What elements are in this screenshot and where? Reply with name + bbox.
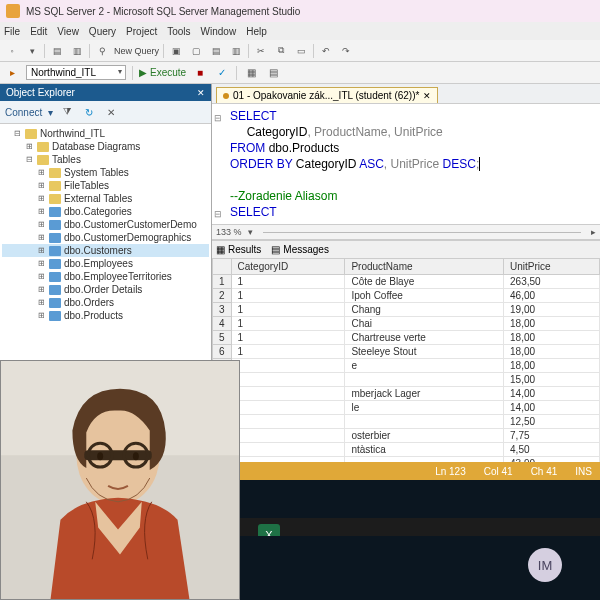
tree-item[interactable]: ⊞dbo.CustomerDemographics bbox=[2, 231, 209, 244]
object-explorer-toolbar: Connect ▾ ⧩ ↻ ✕ bbox=[0, 101, 211, 124]
tree-item[interactable]: ⊞dbo.EmployeeTerritories bbox=[2, 270, 209, 283]
back-icon[interactable]: ◦ bbox=[4, 43, 20, 59]
stop-sync-icon[interactable]: ✕ bbox=[103, 104, 119, 120]
grid-icon[interactable]: ▦ bbox=[243, 65, 259, 81]
cut-icon[interactable]: ✂ bbox=[253, 43, 269, 59]
menu-tools[interactable]: Tools bbox=[167, 26, 190, 37]
grid-icon: ▦ bbox=[216, 244, 225, 255]
table-row[interactable]: e18,00 bbox=[213, 359, 600, 373]
stop-icon[interactable]: ■ bbox=[192, 65, 208, 81]
participant-avatar[interactable]: IM bbox=[528, 548, 562, 582]
close-icon[interactable]: ✕ bbox=[197, 88, 205, 98]
status-ins: INS bbox=[575, 466, 592, 477]
tree-db[interactable]: ⊟Northwind_ITL bbox=[2, 127, 209, 140]
menu-help[interactable]: Help bbox=[246, 26, 267, 37]
tree-item[interactable]: ⊞dbo.Customers bbox=[2, 244, 209, 257]
tree-item[interactable]: ⊞External Tables bbox=[2, 192, 209, 205]
menu-project[interactable]: Project bbox=[126, 26, 157, 37]
tb-icon-3[interactable]: ▤ bbox=[208, 43, 224, 59]
new-query-icon[interactable]: ⚲ bbox=[94, 43, 110, 59]
window-title: MS SQL Server 2 - Microsoft SQL Server M… bbox=[26, 6, 300, 17]
tree-diagrams[interactable]: ⊞Database Diagrams bbox=[2, 140, 209, 153]
tab-messages[interactable]: ▤Messages bbox=[271, 244, 329, 255]
status-col: Col 41 bbox=[484, 466, 513, 477]
table-row[interactable]: le14,00 bbox=[213, 401, 600, 415]
tab-query[interactable]: 01 - Opakovanie zák..._ITL (student (62)… bbox=[216, 87, 438, 103]
status-ch: Ch 41 bbox=[531, 466, 558, 477]
forward-icon[interactable]: ▾ bbox=[24, 43, 40, 59]
status-ln: Ln 123 bbox=[435, 466, 466, 477]
tree-item[interactable]: ⊞dbo.Products bbox=[2, 309, 209, 322]
tree-item[interactable]: ⊞dbo.Orders bbox=[2, 296, 209, 309]
save-icon[interactable]: ▤ bbox=[49, 43, 65, 59]
zoom-bar: 133 %▾ ▸ bbox=[212, 224, 600, 240]
tree-tables[interactable]: ⊟Tables bbox=[2, 153, 209, 166]
paste-icon[interactable]: ▭ bbox=[293, 43, 309, 59]
ssms-icon bbox=[6, 4, 20, 18]
parse-icon[interactable]: ✓ bbox=[214, 65, 230, 81]
editor-area: 01 - Opakovanie zák..._ITL (student (62)… bbox=[212, 84, 600, 480]
table-row[interactable]: 21Ipoh Coffee46,00 bbox=[213, 289, 600, 303]
results-tabs: ▦Results ▤Messages bbox=[212, 240, 600, 258]
tree-item[interactable]: ⊞dbo.Categories bbox=[2, 205, 209, 218]
undo-icon[interactable]: ↶ bbox=[318, 43, 334, 59]
statusbar: Ln 123 Col 41 Ch 41 INS bbox=[212, 462, 600, 480]
sql-editor[interactable]: ⊟ SELECT CategoryID, ProductName, UnitPr… bbox=[212, 104, 600, 224]
table-row[interactable]: 31Chang19,00 bbox=[213, 303, 600, 317]
menu-edit[interactable]: Edit bbox=[30, 26, 47, 37]
table-row[interactable]: 61Steeleye Stout18,00 bbox=[213, 345, 600, 359]
connect-button[interactable]: Connect bbox=[5, 107, 42, 118]
tree-item[interactable]: ⊞System Tables bbox=[2, 166, 209, 179]
dirty-icon bbox=[223, 93, 229, 99]
tab-results[interactable]: ▦Results bbox=[216, 244, 261, 255]
toolbar-main: ◦ ▾ ▤ ▥ ⚲ New Query ▣ ▢ ▤ ▥ ✂ ⧉ ▭ ↶ ↷ bbox=[0, 40, 600, 62]
tree-item[interactable]: ⊞FileTables bbox=[2, 179, 209, 192]
tb-icon-4[interactable]: ▥ bbox=[228, 43, 244, 59]
refresh-icon[interactable]: ↻ bbox=[81, 104, 97, 120]
database-selector[interactable]: Northwind_ITL bbox=[26, 65, 126, 80]
new-query-button[interactable]: New Query bbox=[114, 46, 159, 56]
redo-icon[interactable]: ↷ bbox=[338, 43, 354, 59]
svg-rect-3 bbox=[84, 450, 151, 460]
tree-item[interactable]: ⊞dbo.CustomerCustomerDemo bbox=[2, 218, 209, 231]
tab-strip: 01 - Opakovanie zák..._ITL (student (62)… bbox=[212, 84, 600, 104]
table-row[interactable]: ntàstica4,50 bbox=[213, 443, 600, 457]
tb-icon-1[interactable]: ▣ bbox=[168, 43, 184, 59]
table-row[interactable]: osterbier7,75 bbox=[213, 429, 600, 443]
svg-point-7 bbox=[133, 452, 139, 460]
menu-window[interactable]: Window bbox=[201, 26, 237, 37]
webcam-overlay bbox=[0, 360, 240, 600]
scroll-right-icon[interactable]: ▸ bbox=[591, 227, 596, 237]
table-row[interactable]: 12,50 bbox=[213, 415, 600, 429]
tree-item[interactable]: ⊞dbo.Employees bbox=[2, 257, 209, 270]
menu-view[interactable]: View bbox=[57, 26, 79, 37]
menu-query[interactable]: Query bbox=[89, 26, 116, 37]
execute-button[interactable]: ▶ Execute bbox=[139, 67, 186, 78]
table-row[interactable]: 41Chai18,00 bbox=[213, 317, 600, 331]
titlebar: MS SQL Server 2 - Microsoft SQL Server M… bbox=[0, 0, 600, 22]
tb-icon-2[interactable]: ▢ bbox=[188, 43, 204, 59]
db-icon[interactable]: ▸ bbox=[4, 65, 20, 81]
results-grid[interactable]: CategoryID ProductName UnitPrice 11Côte … bbox=[212, 258, 600, 462]
object-explorer-title: Object Explorer ✕ bbox=[0, 84, 211, 101]
filter-icon[interactable]: ⧩ bbox=[59, 104, 75, 120]
tab-close-icon[interactable]: ✕ bbox=[423, 91, 431, 101]
text-icon[interactable]: ▤ bbox=[265, 65, 281, 81]
menubar: File Edit View Query Project Tools Windo… bbox=[0, 22, 600, 40]
table-row[interactable]: 15,00 bbox=[213, 373, 600, 387]
toolbar-query: ▸ Northwind_ITL ▶ Execute ■ ✓ ▦ ▤ bbox=[0, 62, 600, 84]
msg-icon: ▤ bbox=[271, 244, 280, 255]
tree-item[interactable]: ⊞dbo.Order Details bbox=[2, 283, 209, 296]
copy-icon[interactable]: ⧉ bbox=[273, 43, 289, 59]
table-row[interactable]: 51Chartreuse verte18,00 bbox=[213, 331, 600, 345]
menu-file[interactable]: File bbox=[4, 26, 20, 37]
open-icon[interactable]: ▥ bbox=[69, 43, 85, 59]
zoom-level[interactable]: 133 % bbox=[216, 227, 242, 237]
table-row[interactable]: 11Côte de Blaye263,50 bbox=[213, 275, 600, 289]
svg-point-6 bbox=[97, 452, 103, 460]
table-row[interactable]: mberjack Lager14,00 bbox=[213, 387, 600, 401]
